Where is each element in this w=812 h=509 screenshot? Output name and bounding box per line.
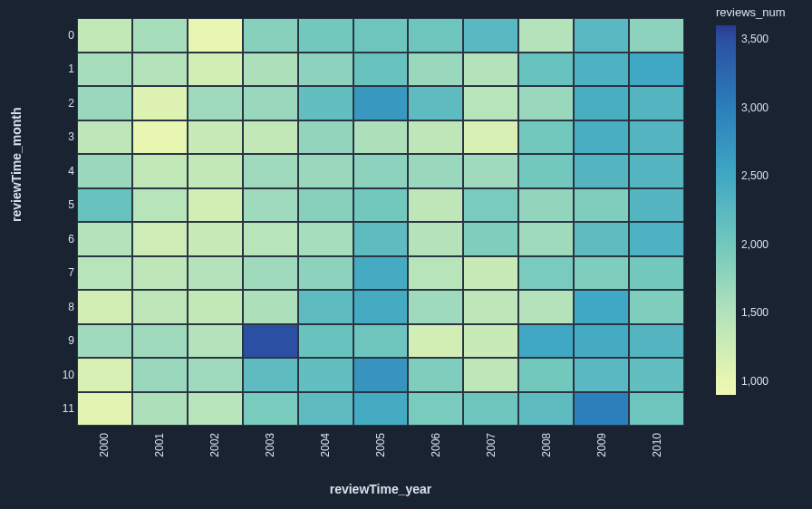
heatmap-cell bbox=[518, 222, 574, 256]
heatmap-cell bbox=[132, 86, 188, 120]
heatmap-cell bbox=[574, 120, 629, 155]
heatmap-cell bbox=[408, 290, 463, 324]
heatmap-cell bbox=[298, 358, 353, 392]
heatmap-cell bbox=[518, 120, 574, 155]
heatmap-cell bbox=[188, 154, 243, 188]
heatmap-cell bbox=[408, 18, 463, 53]
y-tick-label: 8 bbox=[54, 301, 74, 313]
heatmap-cell bbox=[629, 86, 684, 120]
heatmap-cell bbox=[574, 188, 629, 223]
heatmap-cell bbox=[132, 120, 188, 155]
heatmap-cell bbox=[408, 324, 463, 359]
heatmap-cell bbox=[188, 290, 243, 324]
heatmap-cell bbox=[77, 120, 132, 155]
heatmap-cell bbox=[298, 53, 353, 87]
heatmap-cell bbox=[463, 290, 518, 324]
colorbar-tick-label: 3,500 bbox=[741, 33, 768, 45]
heatmap-cell bbox=[77, 53, 132, 87]
heatmap-chart: reviewTime_month reviewTime_year reviews… bbox=[0, 0, 812, 509]
heatmap-cell bbox=[574, 53, 629, 87]
heatmap-cell bbox=[243, 188, 298, 223]
heatmap-cell bbox=[463, 222, 518, 256]
heatmap-cell bbox=[463, 358, 518, 392]
heatmap-cell bbox=[243, 290, 298, 324]
heatmap-cell bbox=[298, 18, 353, 53]
heatmap-cell bbox=[77, 392, 132, 427]
x-tick-label: 2003 bbox=[264, 433, 276, 457]
heatmap-cell bbox=[77, 358, 132, 392]
heatmap-cell bbox=[629, 290, 684, 324]
heatmap-cell bbox=[188, 188, 243, 223]
y-tick-label: 7 bbox=[54, 266, 74, 279]
heatmap-cell bbox=[243, 53, 298, 87]
heatmap-cell bbox=[629, 18, 684, 53]
heatmap-cell bbox=[243, 358, 298, 392]
heatmap-cell bbox=[132, 18, 188, 53]
heatmap-cell bbox=[132, 53, 188, 87]
heatmap-cell bbox=[132, 324, 188, 359]
heatmap-cell bbox=[408, 154, 463, 188]
heatmap-cell bbox=[188, 358, 243, 392]
heatmap-cell bbox=[574, 154, 629, 188]
heatmap-cell bbox=[408, 86, 463, 120]
heatmap-cell bbox=[353, 222, 409, 256]
colorbar-tick-label: 1,000 bbox=[741, 375, 768, 388]
x-tick-label: 2006 bbox=[430, 433, 442, 457]
heatmap-cell bbox=[243, 256, 298, 291]
y-tick-label: 1 bbox=[54, 62, 74, 75]
heatmap-cell bbox=[574, 18, 629, 53]
y-tick-label: 3 bbox=[54, 130, 74, 143]
heatmap-cell bbox=[132, 154, 188, 188]
heatmap-cell bbox=[188, 324, 243, 359]
colorbar-gradient bbox=[716, 25, 736, 395]
x-tick-label: 2000 bbox=[98, 433, 111, 457]
colorbar-tick-label: 1,500 bbox=[741, 306, 768, 319]
colorbar-title: reviews_num bbox=[716, 5, 786, 19]
x-axis-ticks: 2000200120022003200420052006200720082009… bbox=[77, 433, 684, 487]
plot-area bbox=[77, 18, 684, 426]
heatmap-cell bbox=[518, 324, 574, 359]
colorbar-tick-label: 2,500 bbox=[741, 169, 768, 182]
heatmap-cell bbox=[463, 53, 518, 87]
heatmap-cell bbox=[77, 18, 132, 53]
heatmap-cell bbox=[298, 120, 353, 155]
heatmap-cell bbox=[132, 188, 188, 223]
heatmap-cell bbox=[574, 358, 629, 392]
heatmap-cell bbox=[518, 392, 574, 427]
heatmap-cell bbox=[408, 120, 463, 155]
heatmap-cell bbox=[629, 120, 684, 155]
heatmap-cell bbox=[298, 222, 353, 256]
heatmap-cell bbox=[353, 154, 409, 188]
y-tick-label: 2 bbox=[54, 97, 74, 110]
heatmap-cell bbox=[77, 290, 132, 324]
heatmap-cell bbox=[353, 18, 409, 53]
heatmap-cell bbox=[353, 290, 409, 324]
heatmap-cell bbox=[298, 86, 353, 120]
heatmap-cell bbox=[188, 86, 243, 120]
colorbar-tick-label: 2,000 bbox=[741, 238, 768, 251]
heatmap-cell bbox=[188, 18, 243, 53]
heatmap-cell bbox=[188, 53, 243, 87]
heatmap-cell bbox=[353, 358, 409, 392]
heatmap-cell bbox=[518, 53, 574, 87]
heatmap-cell bbox=[629, 358, 684, 392]
heatmap-cell bbox=[518, 86, 574, 120]
heatmap-cell bbox=[518, 18, 574, 53]
heatmap-cell bbox=[298, 392, 353, 427]
heatmap-cell bbox=[463, 188, 518, 223]
heatmap-cell bbox=[132, 222, 188, 256]
x-tick-label: 2001 bbox=[153, 433, 166, 457]
heatmap-cell bbox=[298, 154, 353, 188]
heatmap-cell bbox=[574, 86, 629, 120]
heatmap-cell bbox=[574, 290, 629, 324]
heatmap-cell bbox=[574, 324, 629, 359]
heatmap-cell bbox=[77, 324, 132, 359]
heatmap-cell bbox=[629, 188, 684, 223]
heatmap-cell bbox=[243, 324, 298, 359]
heatmap-cell bbox=[408, 392, 463, 427]
heatmap-cell bbox=[298, 256, 353, 291]
heatmap-cell bbox=[408, 222, 463, 256]
heatmap-cell bbox=[243, 120, 298, 155]
heatmap-cell bbox=[353, 256, 409, 291]
heatmap-cell bbox=[629, 392, 684, 427]
